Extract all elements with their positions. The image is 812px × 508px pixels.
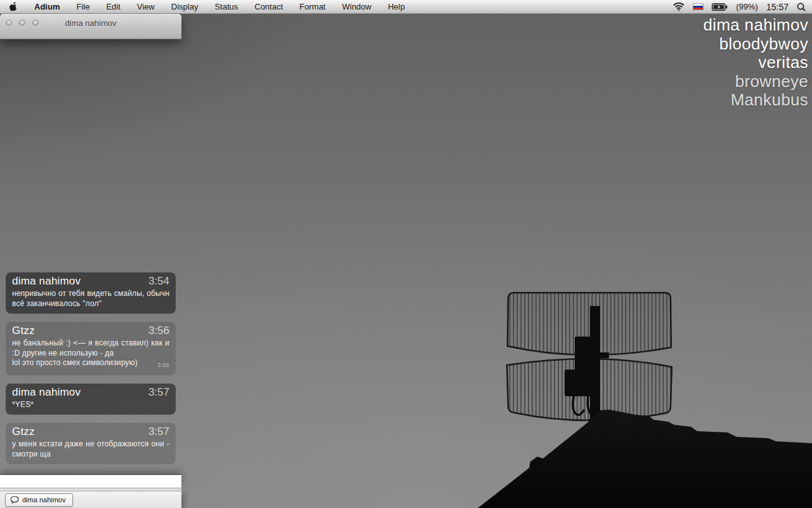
- menu-item-view[interactable]: View: [131, 0, 160, 13]
- chat-tab-dima-nahimov[interactable]: dima nahimov: [5, 493, 73, 507]
- menu-status-area: (99%) 15:57: [673, 2, 812, 12]
- message-bubble: dima nahimov3:57*YES*: [6, 384, 176, 415]
- battery-charging-icon[interactable]: [712, 3, 728, 11]
- message-sender: Gtzz: [12, 324, 35, 337]
- tab-label: dima nahimov: [22, 496, 65, 504]
- message-inline-time: 3:56: [157, 360, 169, 370]
- menu-item-contact[interactable]: Contact: [249, 0, 289, 13]
- message-bubble: dima nahimov3:54непривычно от тебя видет…: [6, 272, 176, 314]
- menu-item-format[interactable]: Format: [294, 0, 331, 13]
- menu-item-display[interactable]: Display: [166, 0, 204, 13]
- contact-veritas[interactable]: veritas: [704, 53, 808, 72]
- message-bubble: Gtzz3:56не банальный :) <— я всегда став…: [6, 322, 176, 375]
- apple-menu[interactable]: [0, 2, 29, 11]
- contact-dima-nahimov[interactable]: dima nahimov: [704, 16, 808, 35]
- contact-browneye[interactable]: browneye: [704, 72, 808, 91]
- message-text: непривычно от тебя видеть смайлы, обычн …: [12, 289, 169, 309]
- menu-items: AdiumFileEditViewDisplayStatusContactFor…: [29, 0, 416, 13]
- message-text: 3:56lol это просто смех символизирую): [12, 358, 169, 368]
- menu-item-status[interactable]: Status: [209, 0, 244, 13]
- message-text: не банальный :) <— я всегда ставил) как …: [12, 338, 169, 358]
- message-time: 3:57: [148, 386, 169, 399]
- contact-bloodybwoy[interactable]: bloodybwoy: [704, 35, 808, 54]
- message-history: dima nahimov3:54непривычно от тебя видет…: [0, 39, 181, 474]
- spotlight-search-icon[interactable]: [797, 3, 806, 11]
- message-sender: Gtzz: [12, 425, 35, 438]
- chat-bubble-icon: [10, 496, 19, 504]
- window-title: dima nahimov: [0, 18, 181, 28]
- message-text: *YES*: [12, 400, 169, 410]
- input-language-flag-russia-icon[interactable]: [693, 3, 704, 10]
- menu-item-window[interactable]: Window: [336, 0, 377, 13]
- message-text: у меня кстати даже не отображаются они -…: [12, 439, 169, 459]
- window-titlebar[interactable]: dima nahimov: [0, 14, 181, 39]
- wifi-icon[interactable]: [673, 3, 684, 11]
- menu-bar: AdiumFileEditViewDisplayStatusContactFor…: [0, 0, 812, 14]
- message-header: dima nahimov3:54: [12, 275, 169, 288]
- roof-silhouette: [477, 410, 812, 508]
- contact-list: dima nahimovbloodybwoyveritasbrowneyeMan…: [704, 16, 808, 110]
- menu-item-edit[interactable]: Edit: [100, 0, 126, 13]
- message-header: Gtzz3:56: [12, 324, 169, 337]
- message-bubble: Gtzz3:57у меня кстати даже не отображают…: [6, 423, 176, 464]
- tab-bar: dima nahimov: [0, 491, 181, 508]
- message-time: 3:57: [148, 425, 169, 438]
- menu-item-adium[interactable]: Adium: [29, 0, 65, 13]
- message-sender: dima nahimov: [12, 386, 81, 399]
- contact-mankubus[interactable]: Mankubus: [704, 91, 808, 110]
- message-input-row: [0, 474, 181, 488]
- menu-item-help[interactable]: Help: [382, 0, 410, 13]
- message-sender: dima nahimov: [12, 275, 81, 288]
- apple-logo-icon: [9, 2, 17, 11]
- battery-percent-label: (99%): [736, 2, 758, 11]
- menu-clock[interactable]: 15:57: [766, 2, 789, 12]
- message-time: 3:54: [148, 275, 169, 288]
- message-header: Gtzz3:57: [12, 425, 169, 438]
- message-time: 3:56: [148, 324, 169, 337]
- desktop: { "menu_bar": { "items": [ {"label": "Ad…: [0, 0, 812, 508]
- menu-item-file[interactable]: File: [70, 0, 95, 13]
- message-input[interactable]: [0, 475, 181, 488]
- chat-window: dima nahimov dima nahimov3:54непривычно …: [0, 14, 181, 508]
- message-header: dima nahimov3:57: [12, 386, 169, 399]
